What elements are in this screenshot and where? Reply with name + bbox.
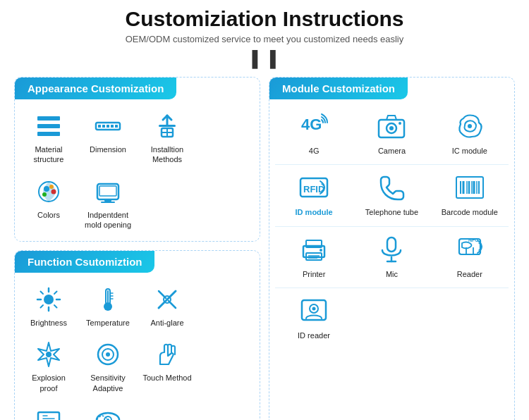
item-4g: 4G 4G (282, 106, 346, 159)
svg-point-19 (51, 189, 56, 194)
two-col-layout: Appearance Customization Material s (14, 77, 515, 420)
svg-rect-8 (115, 125, 118, 128)
reader-label: Reader (457, 269, 482, 279)
appearance-section: Appearance Customization Material s (14, 77, 260, 242)
touch-label: Touch Method (142, 373, 191, 383)
4g-icon: 4G (297, 109, 331, 143)
mic-label: Mic (386, 269, 398, 279)
mic-icon (375, 233, 408, 266)
installation-icon (152, 111, 183, 142)
item-id-module: RFID ID module (282, 168, 346, 220)
svg-rect-7 (111, 125, 114, 128)
telephone-icon (375, 171, 408, 204)
telephone-label: Telephone tube (365, 207, 418, 217)
touch-icon (152, 339, 183, 370)
resolution-icon (33, 404, 64, 420)
appearance-header: Appearance Customization (15, 78, 176, 99)
item-telephone: Telephone tube (360, 168, 423, 220)
function-section: Function Csutomiztion (14, 250, 260, 420)
row-divider-2 (275, 226, 509, 227)
svg-point-90 (312, 307, 316, 310)
svg-rect-12 (159, 125, 176, 127)
svg-point-25 (44, 295, 54, 304)
item-reader: NFC Reader (438, 230, 501, 282)
printer-label: Printer (303, 269, 325, 279)
mold-label: Indpentdent mold opening (83, 210, 133, 230)
camera-label: Camera (378, 146, 406, 156)
id-module-icon: RFID (297, 171, 331, 204)
item-mold: Indpentdent mold opening (80, 172, 136, 235)
4g-label: 4G (309, 146, 320, 156)
barcode-icon (453, 171, 487, 204)
svg-rect-0 (37, 116, 60, 121)
installation-label: Installtion Methods (142, 144, 193, 165)
mold-icon (92, 176, 123, 207)
antiglare-label: Anti-glare (150, 318, 183, 328)
svg-point-45 (46, 352, 51, 357)
svg-point-80 (320, 249, 322, 252)
svg-line-33 (41, 305, 44, 308)
printer-icon (297, 233, 331, 266)
svg-rect-4 (98, 125, 101, 128)
item-printer: Printer (282, 230, 346, 282)
function-content: Brightness (15, 273, 260, 420)
id-reader-icon (297, 294, 331, 328)
camera-icon (375, 109, 408, 143)
module-row-1: 4G 4G (275, 106, 509, 159)
function-header: Function Csutomiztion (15, 251, 154, 273)
item-id-reader: ID reader (282, 291, 346, 343)
item-antiglare: Anti-glare (139, 280, 195, 332)
id-reader-label: ID reader (298, 331, 330, 340)
item-sensitivity: Sensitivity Adaptive (80, 335, 136, 397)
material-icon (33, 111, 64, 142)
svg-rect-1 (37, 124, 60, 128)
item-temperature: Temperature (80, 280, 136, 332)
module-row-3: Printer Mic (275, 230, 509, 282)
item-mic: Mic (360, 230, 423, 282)
item-dimension: Dimension (80, 106, 136, 169)
row-divider-3 (275, 288, 509, 288)
svg-text:NFC: NFC (468, 237, 478, 242)
ic-module-label: IC module (452, 146, 487, 156)
module-row-4: ID reader (275, 291, 509, 343)
svg-point-17 (44, 186, 49, 192)
svg-point-64 (399, 122, 401, 125)
item-colors: Colors (20, 172, 77, 235)
id-module-label: ID module (296, 207, 333, 217)
right-column: Module Customization 4G (269, 77, 515, 420)
module-header: Module Customization (269, 78, 408, 99)
dimension-icon (92, 111, 123, 142)
svg-line-30 (41, 292, 44, 295)
svg-line-32 (54, 292, 57, 295)
item-ic-module: IC module (438, 106, 501, 159)
reader-icon: NFC (453, 233, 487, 266)
svg-text:4G: 4G (301, 116, 322, 133)
antiglare-icon (152, 284, 183, 315)
dimension-label: Dimension (90, 144, 126, 154)
svg-rect-23 (104, 199, 111, 202)
svg-rect-2 (37, 132, 60, 136)
module-icon-grid: 4G 4G (269, 99, 514, 353)
colors-label: Colors (37, 210, 60, 220)
svg-rect-35 (107, 290, 109, 303)
item-camera: Camera (360, 106, 423, 159)
sensitivity-label: Sensitivity Adaptive (83, 373, 133, 393)
svg-point-65 (468, 124, 472, 128)
svg-line-31 (54, 305, 57, 308)
item-brightness: Brightness (20, 280, 77, 332)
divider-icon: ▌▐ (14, 50, 515, 68)
row-divider-1 (275, 164, 509, 165)
svg-point-20 (42, 192, 47, 197)
explosion-label: Explosion proof (23, 373, 74, 393)
temperature-label: Temperature (86, 318, 130, 328)
svg-point-36 (104, 302, 112, 311)
svg-rect-83 (387, 237, 396, 252)
module-row-2: RFID ID module Tele (275, 168, 509, 220)
svg-rect-6 (107, 125, 109, 128)
item-resolution: Resolution (20, 400, 77, 420)
item-touch: Touch Method (139, 335, 195, 397)
item-material-structure: Material structure (20, 106, 77, 169)
main-title: Customiziation Instructions (14, 7, 515, 31)
svg-point-48 (106, 352, 110, 357)
svg-rect-5 (102, 125, 105, 128)
